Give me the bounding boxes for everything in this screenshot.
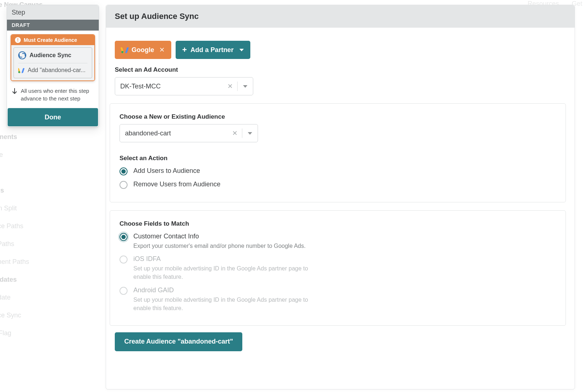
idfa-label: iOS IDFA xyxy=(133,255,323,263)
warning-bar: ! Must Create Audience xyxy=(11,35,94,45)
audience-sync-chip[interactable]: Audience Sync Add "abandoned-car... xyxy=(13,47,92,78)
google-ads-icon xyxy=(18,67,24,73)
chevron-down-icon xyxy=(243,85,247,88)
step-popover: Step DRAFT ! Must Create Audience Audien… xyxy=(7,5,99,127)
google-partner-chip[interactable]: Google ✕ xyxy=(115,41,171,59)
clear-icon[interactable]: ✕ xyxy=(223,82,237,90)
create-audience-button[interactable]: Create Audience "abandoned-cart" xyxy=(115,332,242,351)
draft-badge: DRAFT xyxy=(7,20,99,31)
radio-icon xyxy=(120,287,128,295)
fields-label: Choose Fields to Match xyxy=(120,220,556,227)
audience-select[interactable]: abandoned-cart ✕ xyxy=(120,124,258,142)
chevron-down-icon xyxy=(239,49,244,51)
radio-remove-label: Remove Users from Audience xyxy=(133,181,220,188)
add-partner-button[interactable]: + Add a Partner xyxy=(176,41,250,59)
google-ads-icon xyxy=(121,47,128,53)
radio-icon[interactable] xyxy=(120,181,128,189)
clear-icon[interactable]: ✕ xyxy=(227,129,242,137)
contact-info-label: Customer Contact Info xyxy=(133,233,306,240)
config-panel: Set up Audience Sync Google ✕ + Add a Pa… xyxy=(106,5,575,389)
fields-box: Choose Fields to Match Customer Contact … xyxy=(110,210,566,326)
radio-android-gaid: Android GAID Set up your mobile advertis… xyxy=(120,286,556,312)
close-icon[interactable]: ✕ xyxy=(159,46,165,54)
radio-contact-info[interactable]: Customer Contact Info Export your custom… xyxy=(120,233,556,250)
audience-sync-label: Audience Sync xyxy=(30,52,71,59)
radio-add-users[interactable]: Add Users to Audience xyxy=(120,167,556,175)
ad-account-select[interactable]: DK-Test-MCC ✕ xyxy=(115,77,253,95)
radio-remove-users[interactable]: Remove Users from Audience xyxy=(120,181,556,189)
done-button[interactable]: Done xyxy=(8,108,98,126)
add-audience-label: Add "abandoned-car... xyxy=(28,67,86,74)
dropdown-toggle[interactable] xyxy=(238,85,253,88)
advance-text: All users who enter this step advance to… xyxy=(21,87,94,102)
sync-icon xyxy=(18,51,26,59)
step-card[interactable]: ! Must Create Audience Audience Sync Add… xyxy=(11,34,95,81)
radio-ios-idfa: iOS IDFA Set up your mobile advertising … xyxy=(120,255,556,281)
audience-action-box: Choose a New or Existing Audience abando… xyxy=(110,103,566,202)
gaid-label: Android GAID xyxy=(133,286,323,294)
advance-note: All users who enter this step advance to… xyxy=(7,85,99,107)
warning-text: Must Create Audience xyxy=(24,37,77,43)
gaid-sub: Set up your mobile advertising ID in the… xyxy=(133,296,323,312)
radio-icon[interactable] xyxy=(120,167,128,175)
dropdown-toggle[interactable] xyxy=(242,132,258,135)
chevron-down-icon xyxy=(248,132,252,135)
radio-add-label: Add Users to Audience xyxy=(133,167,200,175)
radio-icon xyxy=(120,256,128,264)
action-label: Select an Action xyxy=(120,155,556,162)
contact-info-sub: Export your customer's email and/or phon… xyxy=(133,242,306,250)
audience-value: abandoned-cart xyxy=(120,130,227,137)
arrow-down-icon xyxy=(12,88,17,95)
warning-icon: ! xyxy=(15,37,21,43)
idfa-sub: Set up your mobile advertising ID in the… xyxy=(133,264,323,281)
panel-title: Set up Audience Sync xyxy=(106,5,575,28)
radio-icon[interactable] xyxy=(120,233,128,241)
step-popover-title: Step xyxy=(7,5,99,20)
ad-account-value: DK-Test-MCC xyxy=(115,83,223,90)
audience-label: Choose a New or Existing Audience xyxy=(120,113,556,120)
google-chip-label: Google xyxy=(132,46,154,54)
add-partner-label: Add a Partner xyxy=(191,46,234,54)
ad-account-label: Select an Ad Account xyxy=(115,66,566,74)
